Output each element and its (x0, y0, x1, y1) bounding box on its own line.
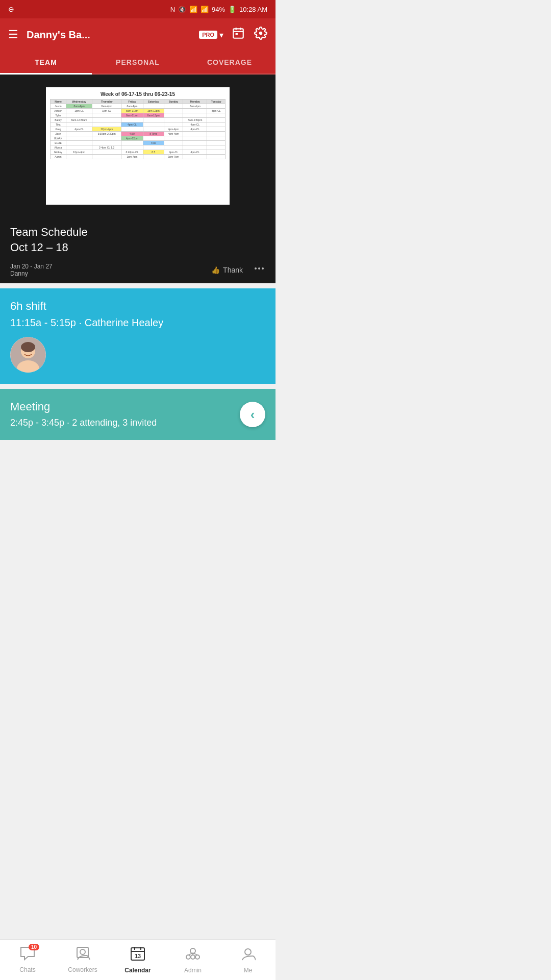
status-bar: ⊖ N 🔇 📶 📶 94% 🔋 10:28 AM (0, 0, 276, 18)
tab-bar: TEAM PERSONAL COVERAGE (0, 51, 276, 75)
status-right: N 🔇 📶 📶 94% 🔋 10:28 AM (170, 6, 267, 13)
schedule-date-range: Jan 20 - Jan 27 (10, 263, 53, 270)
clock: 10:28 AM (239, 6, 267, 13)
meeting-time-line: 2:45p - 3:45p · 2 attending, 3 invited (10, 418, 265, 428)
battery-icon: 🔋 (228, 6, 236, 13)
shift-title: 6h shift (10, 300, 265, 313)
dropdown-button[interactable]: ▾ (219, 30, 223, 40)
shift-card[interactable]: 6h shift 11:15a - 5:15p · Catherine Heal… (0, 288, 276, 384)
meeting-time: 2:45p - 3:45p (10, 418, 64, 428)
tab-personal[interactable]: PERSONAL (92, 51, 184, 74)
mini-schedule-table: NameWednesdayThursdayFridaySaturdaySunda… (50, 99, 226, 159)
meeting-separator: · (67, 418, 72, 428)
svg-rect-0 (233, 29, 243, 38)
schedule-card: Week of 06-17-15 thru 06-23-15 NameWedne… (0, 75, 276, 283)
mute-icon: 🔇 (178, 6, 186, 13)
schedule-image-wrapper: Week of 06-17-15 thru 06-23-15 NameWedne… (0, 75, 276, 217)
settings-icon[interactable] (254, 27, 267, 43)
svg-point-6 (255, 267, 257, 270)
app-title: Danny's Ba... (27, 29, 196, 41)
meeting-attendees: 2 attending, 3 invited (72, 418, 157, 428)
thank-button[interactable]: 👍 Thank (211, 266, 243, 274)
top-bar-icons (232, 27, 267, 43)
tab-coverage[interactable]: COVERAGE (184, 51, 276, 74)
meeting-card[interactable]: Meeting 2:45p - 3:45p · 2 attending, 3 i… (0, 389, 276, 440)
thumbs-up-icon: 👍 (211, 266, 220, 274)
shift-avatar (10, 337, 46, 373)
menu-button[interactable]: ☰ (8, 28, 18, 41)
pro-badge: PRO (199, 31, 217, 39)
schedule-week-header: Week of 06-17-15 thru 06-23-15 (50, 91, 226, 97)
meeting-title: Meeting (10, 400, 265, 413)
shift-separator: · (79, 317, 82, 328)
schedule-author: Danny (10, 270, 53, 277)
tab-team[interactable]: TEAM (0, 51, 92, 74)
shift-person: Catherine Healey (85, 317, 164, 328)
svg-rect-4 (236, 33, 238, 35)
back-button[interactable]: ‹ (240, 402, 265, 427)
do-not-disturb-icon: ⊖ (8, 5, 14, 13)
schedule-image: Week of 06-17-15 thru 06-23-15 NameWedne… (46, 87, 230, 205)
thank-label: Thank (223, 266, 243, 274)
signal-icon: 📶 (201, 6, 209, 13)
calendar-icon[interactable] (232, 27, 245, 43)
svg-point-7 (258, 267, 260, 270)
wifi-icon: 📶 (189, 6, 197, 13)
chevron-left-icon: ‹ (251, 408, 255, 421)
shift-time-line: 11:15a - 5:15p · Catherine Healey (10, 317, 265, 329)
nfc-icon: N (170, 6, 175, 13)
main-content: Week of 06-17-15 thru 06-23-15 NameWedne… (0, 75, 276, 440)
schedule-info: Team Schedule Oct 12 – 18 (0, 217, 276, 259)
schedule-meta: Jan 20 - Jan 27 Danny 👍 Thank (0, 259, 276, 283)
schedule-title: Team Schedule (10, 226, 265, 239)
shift-time: 11:15a - 5:15p (10, 317, 76, 328)
status-left: ⊖ (8, 5, 14, 13)
svg-point-14 (21, 342, 35, 352)
svg-point-5 (259, 32, 263, 35)
schedule-dates: Oct 12 – 18 (10, 241, 265, 254)
schedule-meta-actions: 👍 Thank (211, 262, 265, 277)
battery-percent: 94% (212, 6, 225, 13)
svg-point-8 (262, 267, 264, 270)
more-button[interactable] (253, 262, 265, 277)
schedule-meta-left: Jan 20 - Jan 27 Danny (10, 263, 53, 277)
top-bar: ☰ Danny's Ba... PRO ▾ (0, 18, 276, 51)
